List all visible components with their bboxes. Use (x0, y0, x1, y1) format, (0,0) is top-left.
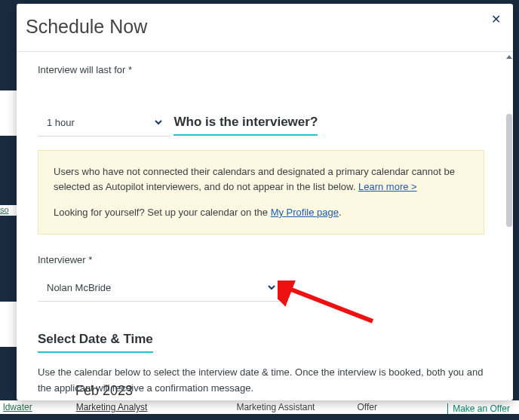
interviewer-info-panel: Users who have not connected their calen… (38, 150, 484, 235)
duration-label: Interview will last for * (38, 64, 484, 75)
backdrop-role: Marketing Assistant (233, 402, 318, 412)
modal-title: Schedule Now (26, 16, 495, 38)
scrollbar-track[interactable] (505, 55, 513, 400)
backdrop-left-link: so (0, 205, 17, 216)
modal-header: Schedule Now ✕ (17, 4, 513, 52)
my-profile-link[interactable]: My Profile page (271, 207, 339, 218)
datetime-section-heading: Select Date & Time (38, 332, 153, 353)
interviewer-label: Interviewer * (38, 254, 484, 265)
backdrop-name-link[interactable]: ldwater (0, 402, 35, 412)
close-icon: ✕ (491, 13, 501, 26)
schedule-now-modal: Schedule Now ✕ Interview will last for *… (17, 4, 513, 400)
scroll-up-icon[interactable] (506, 55, 512, 59)
calendar-month-peek: Feb 2023 (75, 383, 133, 399)
modal-scroll-area[interactable]: Interview will last for * 1 hour Who is … (17, 52, 513, 400)
scrollbar-thumb[interactable] (506, 114, 512, 227)
info-text-2b: . (339, 207, 342, 218)
backdrop-job-link[interactable]: Marketing Analyst (73, 402, 151, 412)
backdrop-stage: Offer (354, 402, 379, 412)
duration-select-wrap: 1 hour (38, 109, 170, 136)
duration-select[interactable]: 1 hour (38, 109, 170, 136)
info-text-2a: Looking for yourself? Set up your calend… (54, 207, 271, 218)
interviewer-section-heading: Who is the interviewer? (174, 115, 318, 136)
interviewer-select[interactable]: Nolan McBride (38, 274, 284, 302)
backdrop-table-row: ldwater Marketing Analyst Marketing Assi… (0, 400, 519, 414)
learn-more-link[interactable]: Learn more > (358, 181, 417, 192)
make-offer-button[interactable]: Make an Offer (447, 403, 510, 414)
close-button[interactable]: ✕ (487, 11, 504, 28)
interviewer-select-wrap: Nolan McBride (38, 274, 284, 302)
